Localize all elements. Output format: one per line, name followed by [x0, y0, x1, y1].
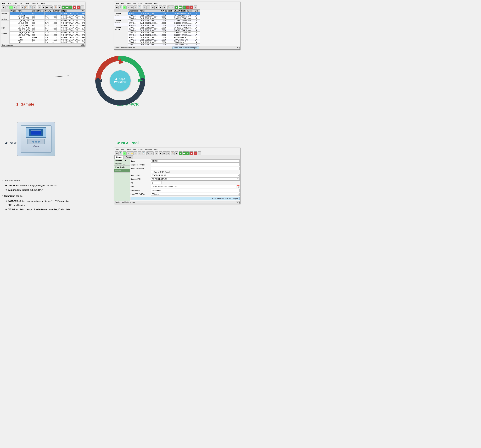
table-row[interactable]: U7_5L16_GFP2501.731,000MONKEY BRAIN LV T…: [10, 20, 85, 22]
field-barcodelc-select[interactable]: FB-P7-Rd2-LC.16: [151, 174, 240, 177]
col-experiment[interactable]: Experiment: [128, 10, 139, 12]
table-row[interactable]: CTRL-767.060.01,000MONKEY BRAIN LV TREAT…: [10, 37, 85, 39]
field-primerpcrresult-checkbox[interactable]: [151, 171, 153, 173]
ngspool-nav3[interactable]: ▶: [163, 151, 166, 155]
menu-help[interactable]: Help: [40, 2, 45, 5]
ngspool-folder[interactable]: 📁: [130, 151, 134, 155]
ngspool-green1[interactable]: ▶: [179, 151, 182, 155]
lampcr-menu-view[interactable]: View: [126, 2, 131, 5]
field-pooldetails-input[interactable]: [151, 189, 240, 192]
lampcr-menu-window[interactable]: Window: [144, 2, 152, 5]
menu-go[interactable]: Go: [19, 2, 23, 5]
lampcr-nav3[interactable]: ▶: [159, 6, 162, 9]
date-picker-icon[interactable]: 📅: [237, 185, 240, 188]
table-row[interactable]: ET#42.14Oct 1, 2013 12:00:00 AM CEST1,00…: [128, 44, 200, 46]
col-concentration[interactable]: Concentration: [31, 10, 45, 12]
lampcr-nav1[interactable]: ⇤: [151, 6, 155, 9]
table-row[interactable]: H2O00.00MONKEY BRAIN LV TREATED 1...GRIT: [10, 41, 85, 44]
toolbar-maximize[interactable]: ⤢: [80, 6, 84, 9]
ngspool-home[interactable]: 🏠: [171, 151, 174, 155]
toolbar-info[interactable]: ?: [6, 6, 9, 9]
ngspool-filter[interactable]: ▽: [150, 151, 154, 155]
ngspool-copy[interactable]: ⎘: [138, 151, 141, 155]
table-row[interactable]: U17_3L5_ARSA2501.561,000MONKEY BRAIN LV …: [10, 27, 85, 29]
table-row[interactable]: UT_78652501.41,000MONKEY BRAIN LV TREATE…: [10, 12, 85, 15]
field-mix-input[interactable]: [151, 181, 161, 184]
table-row[interactable]: U7_3L19_GFP2501.751,000MONKEY BRAIN LV T…: [10, 17, 85, 20]
menu-window[interactable]: Window: [31, 2, 39, 5]
field-date-input[interactable]: [151, 185, 236, 188]
lampcr-green1[interactable]: ▶: [175, 6, 178, 9]
lampcr-delete[interactable]: ×: [127, 6, 130, 9]
col-subject[interactable]: Subject: [60, 10, 81, 12]
lampcr-menu-edit[interactable]: Edit: [120, 2, 125, 5]
menu-edit[interactable]: Edit: [7, 2, 12, 5]
tab-fusion[interactable]: Fusion: [124, 155, 133, 159]
ngspool-red1[interactable]: ■: [190, 151, 193, 155]
menu-tools[interactable]: Tools: [24, 2, 30, 5]
ngspool-nav1[interactable]: ⇤: [155, 151, 158, 155]
col-project[interactable]: Project: [10, 10, 17, 12]
toolbar-filter[interactable]: ▽: [33, 6, 37, 9]
tab-setup[interactable]: Setup: [114, 155, 123, 159]
toolbar-star[interactable]: ★: [58, 6, 61, 9]
ngspool-back[interactable]: ◀: [115, 151, 119, 155]
field-primerpcrconc-input[interactable]: [151, 167, 240, 170]
col-name[interactable]: Name: [17, 10, 31, 12]
lampcr-info[interactable]: ?: [119, 6, 122, 9]
toolbar-home[interactable]: 🏠: [54, 6, 57, 9]
toolbar-green1[interactable]: ▶: [61, 6, 65, 9]
table-row[interactable]: U17_6L7_ARSA2501.621,000MONKEY BRAIN LV …: [10, 29, 85, 32]
toolbar-back[interactable]: ◀: [2, 6, 5, 9]
toolbar-nav4[interactable]: ⇥: [49, 6, 53, 9]
toolbar-nav2[interactable]: ◀: [42, 6, 45, 9]
toolbar-cut[interactable]: ✂: [17, 6, 20, 9]
lampcr-search[interactable]: 🔍: [143, 6, 146, 9]
table-row[interactable]: ET#42.8Oct 1, 2013 12:00:00 AM CEST1,000…: [128, 29, 200, 32]
lampcr-nav4[interactable]: ⇥: [163, 6, 166, 9]
lampcr-home[interactable]: 🏠: [167, 6, 171, 9]
ngspool-green3[interactable]: ⟳: [186, 151, 190, 155]
lampcr-green3[interactable]: ⟳: [182, 6, 186, 9]
col-exp[interactable]: Exp...: [194, 10, 200, 12]
lampcr-copy[interactable]: ⎘: [134, 6, 137, 9]
toolbar-red1[interactable]: ■: [73, 6, 76, 9]
lampcr-maximize[interactable]: ⤢: [194, 6, 197, 9]
table-row[interactable]: ET#42.6Oct 1, 2013 12:00:00 AM CEST1,000…: [128, 24, 200, 27]
sidebar-barcode-ltr[interactable]: Barcode LTR: [114, 159, 130, 162]
toolbar-green3[interactable]: ⟳: [69, 6, 73, 9]
table-row[interactable]: U8_2L8_GFP2501.781,000MONKEY BRAIN LV TR…: [10, 22, 85, 24]
col-dna-used[interactable]: DNA (ng used): [160, 10, 173, 12]
lampcr-red1[interactable]: ■: [186, 6, 190, 9]
lampcr-red2[interactable]: ✕: [190, 6, 193, 9]
lampcr-back[interactable]: ◀: [115, 6, 119, 9]
col-vcn-barcode[interactable]: DNA VCNplate_barcode: [173, 10, 194, 12]
sidebar-barcode-lc[interactable]: Barcode LC: [114, 162, 130, 166]
toolbar-nav1[interactable]: ⇤: [38, 6, 41, 9]
col-proje[interactable]: Proje▲: [81, 10, 85, 12]
toolbar-paste[interactable]: 📋: [24, 6, 28, 9]
ngspool-star[interactable]: ★: [175, 151, 178, 155]
table-row[interactable]: ET#42.4Oct 1, 2013 12:00:00 AM CEST1,000…: [128, 20, 200, 22]
table-row[interactable]: UT_83712501.671,000MONKEY BRAIN LV TREAT…: [10, 15, 85, 17]
table-row[interactable]: ET#42.13Oct 1, 2013 12:00:00 AM CEST1,00…: [128, 41, 200, 44]
ngspool-menu-edit[interactable]: Edit: [120, 148, 125, 151]
lampcr-filter[interactable]: ▽: [146, 6, 150, 9]
lampcr-nav2[interactable]: ◀: [155, 6, 158, 9]
toolbar-green2[interactable]: ▶▶: [65, 6, 69, 9]
table-row[interactable]: ET#42.12Oct 1, 2013 12:00:00 AM CEST1,00…: [128, 39, 200, 41]
ngspool-menu-go[interactable]: Go: [133, 148, 136, 151]
toolbar-red2[interactable]: ✕: [77, 6, 80, 9]
table-row[interactable]: CEM41000.01,000MONKEY BRAIN LV TREATED 1…: [10, 39, 85, 41]
ngspool-green2[interactable]: ▶▶: [182, 151, 186, 155]
lampcr-cut[interactable]: ✂: [130, 6, 134, 9]
ngspool-search[interactable]: 🔍: [146, 151, 150, 155]
menu-file[interactable]: File: [2, 2, 6, 5]
ngspool-nav4[interactable]: ⇥: [166, 151, 170, 155]
toolbar-copy[interactable]: ⎘: [21, 6, 24, 9]
sidebar-fusion[interactable]: Fusion: [114, 169, 130, 173]
ngspool-menu-file[interactable]: File: [115, 148, 119, 151]
ngspool-maximize[interactable]: ⤢: [197, 151, 201, 155]
lampcr-star[interactable]: ★: [171, 6, 174, 9]
table-row[interactable]: ET#42.1Oct 1, 2013 12:00:00 AM CEST1,000…: [128, 12, 200, 15]
